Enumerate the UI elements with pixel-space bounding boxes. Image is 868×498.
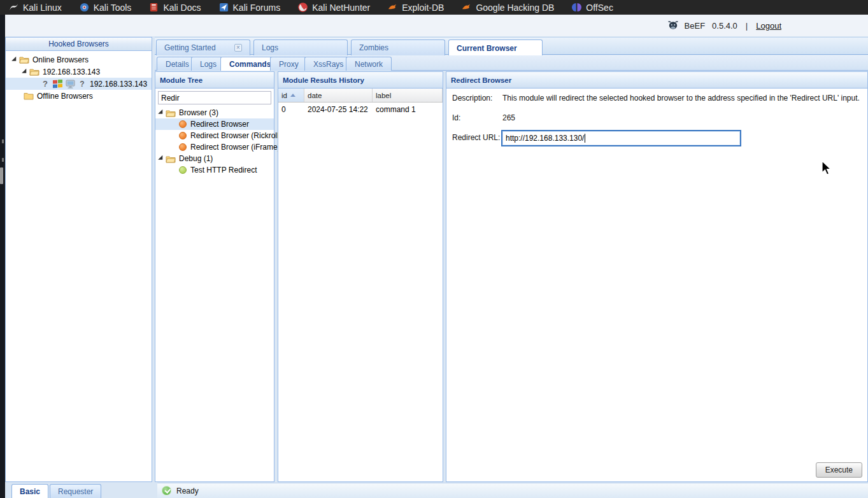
column-header-label[interactable]: label [373, 89, 443, 102]
bookmark-label: Kali Forums [233, 3, 281, 13]
id-row: Id: 265 [452, 113, 515, 122]
column-header-id[interactable]: id [278, 89, 304, 102]
module-search-input[interactable] [158, 91, 271, 104]
exploit-db-icon [388, 3, 397, 12]
bookmark-exploit-db[interactable]: Exploit-DB [388, 3, 444, 13]
subtab-label: Network [355, 60, 383, 69]
redirect-browser-title: Redirect Browser [451, 76, 511, 84]
subtab-proxy[interactable]: Proxy [270, 57, 308, 71]
execute-button[interactable]: Execute [816, 462, 862, 478]
edge-marker [2, 139, 4, 143]
module-tree-header: Module Tree [155, 72, 274, 89]
id-value: 265 [502, 113, 515, 122]
description-value: This module will redirect the selected h… [502, 94, 860, 103]
tab-requester[interactable]: Requester [50, 484, 101, 498]
column-label: date [308, 92, 322, 99]
bookmark-google-hacking-db[interactable]: Google Hacking DB [462, 3, 554, 13]
hooked-browser-label: 192.168.133.143 [90, 80, 147, 89]
app-name: BeEF [685, 21, 706, 31]
app-version: 0.5.4.0 [712, 21, 737, 31]
kali-forums-icon [219, 3, 229, 12]
id-label: Id: [452, 113, 502, 122]
status-bar: Ready [157, 483, 868, 498]
bookmark-kali-docs[interactable]: Kali Docs [149, 3, 201, 13]
bookmark-kali-linux[interactable]: Kali Linux [9, 3, 62, 13]
redirect-browser-header: Redirect Browser [446, 72, 867, 89]
module-test-http-redirect[interactable]: Test HTTP Redirect [155, 164, 274, 176]
expand-arrow-icon[interactable] [22, 68, 29, 75]
module-dot-orange-icon [179, 132, 187, 139]
subtab-label: Proxy [279, 60, 299, 69]
tree-node-label: Offline Browsers [37, 92, 93, 101]
logout-link[interactable]: Logout [756, 21, 781, 31]
expand-arrow-icon[interactable] [11, 56, 18, 63]
module-folder-label: Debug (1) [179, 154, 213, 163]
module-dot-orange-icon [179, 143, 187, 151]
tree-node-online-browsers[interactable]: Online Browsers [6, 53, 152, 66]
redirect-url-input[interactable]: http://192.168.133.130/ [501, 130, 741, 146]
text-caret [585, 134, 585, 143]
status-ok-icon [162, 486, 171, 495]
tab-label: Zombies [359, 43, 388, 52]
tab-label: Requester [58, 487, 93, 496]
redirect-browser-panel: Redirect Browser Description: This modul… [446, 71, 868, 482]
close-tab-icon[interactable]: × [234, 44, 242, 52]
bookmark-kali-nethunter[interactable]: Kali NetHunter [298, 3, 370, 13]
bookmark-label: OffSec [586, 3, 613, 13]
redirect-url-label: Redirect URL: [452, 133, 502, 142]
tab-logs[interactable]: Logs [253, 39, 348, 55]
results-grid-header: id date label [278, 89, 443, 103]
tree-node-hooked-browser[interactable]: ? ? 192.168.133.143 [6, 78, 152, 90]
bookmark-kali-forums[interactable]: Kali Forums [219, 3, 281, 13]
sidebar-mode-tabs: Basic Requester [5, 483, 155, 498]
google-hacking-db-icon [462, 3, 471, 12]
module-redirect-rickroll[interactable]: Redirect Browser (Rickroll) [155, 130, 274, 141]
folder-open-icon [166, 155, 176, 163]
module-label: Test HTTP Redirect [190, 166, 257, 174]
module-results-history-panel: Module Results History id date label 0 2… [278, 71, 443, 482]
tab-current-browser[interactable]: Current Browser [448, 39, 543, 56]
hooked-browsers-tree: Online Browsers 192.168.133.143 ? ? 192.… [6, 51, 152, 102]
tree-node-host[interactable]: 192.168.133.143 [6, 66, 152, 78]
edge-scroll-thumb[interactable] [0, 167, 3, 184]
folder-open-icon [19, 55, 29, 64]
hooked-browsers-header[interactable]: Hooked Browsers [6, 38, 152, 51]
kali-dragon-icon [9, 3, 18, 12]
tab-getting-started[interactable]: Getting Started × [156, 39, 250, 55]
results-row[interactable]: 0 2024-07-25 14:22 command 1 [278, 103, 443, 116]
beef-header: BeEF 0.5.4.0 | Logout [5, 15, 868, 36]
module-redirect-browser[interactable]: Redirect Browser [155, 118, 274, 130]
folder-open-icon [29, 68, 39, 76]
subtab-label: Logs [200, 60, 217, 69]
cell-label: command 1 [373, 105, 443, 114]
host-computer-icon [66, 80, 75, 89]
windows-os-icon [53, 80, 62, 89]
module-folder-debug[interactable]: Debug (1) [155, 153, 274, 164]
subtab-label: Commands [229, 60, 271, 69]
folder-open-icon [166, 109, 176, 117]
browser-bookmarks-bar: Kali Linux Kali Tools Kali Docs Kali For… [0, 0, 868, 15]
bookmark-offsec[interactable]: OffSec [572, 3, 613, 13]
hooked-browsers-panel: Hooked Browsers Online Browsers 192.168.… [5, 37, 152, 482]
tree-node-offline-browsers[interactable]: Offline Browsers [6, 90, 152, 102]
edge-marker [2, 158, 4, 162]
module-folder-browser[interactable]: Browser (3) [155, 107, 274, 118]
expand-arrow-icon[interactable] [158, 110, 165, 117]
window-edge-strip [0, 15, 5, 498]
column-header-date[interactable]: date [304, 89, 373, 102]
tree-node-label: 192.168.133.143 [43, 68, 100, 76]
description-row: Description: This module will redirect t… [452, 94, 860, 103]
module-redirect-iframe[interactable]: Redirect Browser (iFrame) [155, 141, 274, 153]
module-label: Redirect Browser (iFrame) [190, 143, 280, 152]
tab-label: Basic [20, 487, 40, 496]
kali-docs-icon [149, 3, 159, 12]
folder-closed-icon [24, 92, 34, 100]
tab-basic[interactable]: Basic [11, 484, 48, 498]
hooked-browsers-title: Hooked Browsers [48, 39, 109, 48]
bookmark-kali-tools[interactable]: Kali Tools [80, 3, 132, 13]
module-dot-green-icon [179, 166, 187, 174]
kali-nethunter-icon [298, 3, 308, 12]
subtab-network[interactable]: Network [346, 57, 392, 71]
tab-zombies[interactable]: Zombies [351, 39, 445, 55]
expand-arrow-icon[interactable] [158, 155, 165, 162]
